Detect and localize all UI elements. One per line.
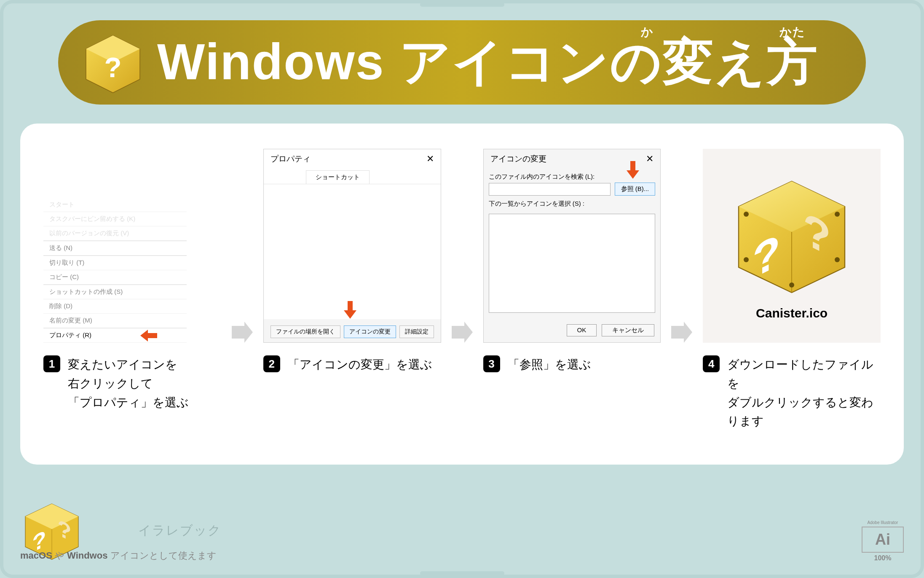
svg-marker-7 (627, 161, 639, 179)
step-2: プロパティ ✕ ショートカット ファイルの場所を開く アイコンの変更 詳細設定 … (263, 149, 441, 374)
arrow-left-icon (140, 330, 157, 343)
context-menu: スタート タスクバーにピン留めする (K) 以前のバージョンの復元 (V) 送る… (43, 198, 187, 343)
cancel-button: キャンセル (602, 324, 654, 336)
advanced-button: 詳細設定 (399, 325, 434, 338)
ctx-item: タスクバーにピン留めする (K) (43, 212, 187, 226)
title-banner: ? か かた Windows アイコンの変え方 (58, 20, 866, 105)
title-text: Windows アイコンの変え方 (157, 33, 818, 90)
svg-point-17 (835, 257, 840, 262)
note-sep: や (52, 550, 67, 561)
svg-marker-8 (671, 322, 692, 343)
step-number-badge: 3 (483, 355, 500, 372)
furigana-kata: かた (779, 24, 806, 40)
icon-path-input (489, 183, 611, 196)
ok-button: OK (567, 324, 597, 336)
arrow-down-icon (627, 161, 639, 180)
svg-point-16 (744, 257, 749, 262)
svg-point-15 (835, 212, 840, 217)
ctx-item: コピー (C) (43, 270, 187, 285)
browse-button: 参照 (B)... (615, 183, 656, 196)
svg-marker-3 (140, 330, 157, 341)
step-text: ダウンロードしたファイルを ダブルクリックすると変わります (727, 355, 881, 431)
step-number-badge: 1 (43, 355, 60, 372)
svg-marker-4 (232, 322, 253, 343)
svg-marker-6 (452, 322, 473, 343)
footer-note: macOS や Windwos アイコンとして使えます (20, 549, 217, 562)
step-1-image: スタート タスクバーにピン留めする (K) 以前のバージョンの復元 (V) 送る… (43, 149, 221, 343)
ctx-item: 削除 (D) (43, 299, 187, 314)
arrow-down-icon (344, 301, 356, 320)
arrow-right-icon (232, 322, 253, 343)
ctx-item: スタート (43, 198, 187, 212)
step-2-image: プロパティ ✕ ショートカット ファイルの場所を開く アイコンの変更 詳細設定 (263, 149, 441, 343)
note-windows: Windwos (67, 550, 107, 561)
steps-panel: スタート タスクバーにピン留めする (K) 以前のバージョンの復元 (V) 送る… (20, 124, 904, 465)
ctx-item-label: プロパティ (R) (49, 331, 91, 339)
close-icon: ✕ (646, 153, 653, 164)
step-number-badge: 2 (263, 355, 280, 372)
change-icon-dialog: アイコンの変更 ✕ このファイル内のアイコンを検索 (L): 参照 (B)...… (483, 149, 661, 343)
dialog-title: アイコンの変更 (490, 153, 546, 164)
svg-text:?: ? (104, 51, 121, 83)
tab-shortcut: ショートカット (306, 170, 370, 184)
ctx-item: 名前の変更 (M) (43, 314, 187, 328)
illustrator-badge: Adobe Illustrator Ai 100% (862, 520, 904, 562)
title-question-block-icon: ? (79, 29, 147, 96)
step-number-badge: 4 (703, 355, 720, 372)
ai-percent: 100% (862, 554, 904, 562)
select-icon-label: 下の一覧からアイコンを選択 (S) : (484, 196, 661, 210)
properties-dialog: プロパティ ✕ ショートカット ファイルの場所を開く アイコンの変更 詳細設定 (263, 149, 441, 343)
icon-filename: Canister.ico (756, 306, 828, 320)
dialog-title: プロパティ (271, 153, 311, 164)
step-text: 「参照」を選ぶ (508, 355, 591, 374)
page-title: か かた Windows アイコンの変え方 (157, 28, 818, 97)
svg-point-14 (744, 212, 749, 217)
open-location-button: ファイルの場所を開く (271, 325, 340, 338)
ctx-item: 切り取り (T) (43, 256, 187, 270)
frame-notch-top (420, 3, 504, 7)
ctx-item: ショットカットの作成 (S) (43, 285, 187, 299)
ai-label: Adobe Illustrator (862, 520, 904, 525)
ctx-item: 以前のバージョンの復元 (V) (43, 226, 187, 241)
furigana-ka: か (641, 24, 654, 40)
arrow-right-icon (452, 322, 473, 343)
ctx-item: 送る (N) (43, 241, 187, 255)
step-4: ? ? Canister.ico 4 ダウンロードしたファイルを ダブルクリック… (703, 149, 881, 431)
question-block-icon: ? ? (728, 171, 855, 298)
note-macos: macOS (20, 550, 52, 561)
change-icon-button: アイコンの変更 (344, 325, 396, 338)
ai-icon: Ai (862, 527, 904, 553)
step-text: 「アイコンの変更」を選ぶ (288, 355, 432, 374)
arrow-right-icon (671, 322, 692, 343)
step-3: アイコンの変更 ✕ このファイル内のアイコンを検索 (L): 参照 (B)...… (483, 149, 661, 374)
step-4-image: ? ? Canister.ico (703, 149, 881, 343)
footer-brand: イラレブック (138, 522, 222, 539)
footer: ? ? イラレブック macOS や Windwos アイコンとして使えます A… (20, 499, 904, 562)
step-3-image: アイコンの変更 ✕ このファイル内のアイコンを検索 (L): 参照 (B)...… (483, 149, 661, 343)
svg-marker-5 (344, 301, 356, 319)
svg-point-18 (789, 282, 794, 288)
ctx-item-properties: プロパティ (R) (43, 328, 187, 343)
step-1: スタート タスクバーにピン留めする (K) 以前のバージョンの復元 (V) 送る… (43, 149, 221, 412)
note-suffix: アイコンとして使えます (107, 550, 216, 561)
close-icon: ✕ (426, 153, 434, 164)
icon-list (489, 214, 656, 313)
frame-notch-bottom (420, 571, 504, 575)
step-text: 変えたいアイコンを 右クリックして 「プロパティ」を選ぶ (68, 355, 189, 412)
